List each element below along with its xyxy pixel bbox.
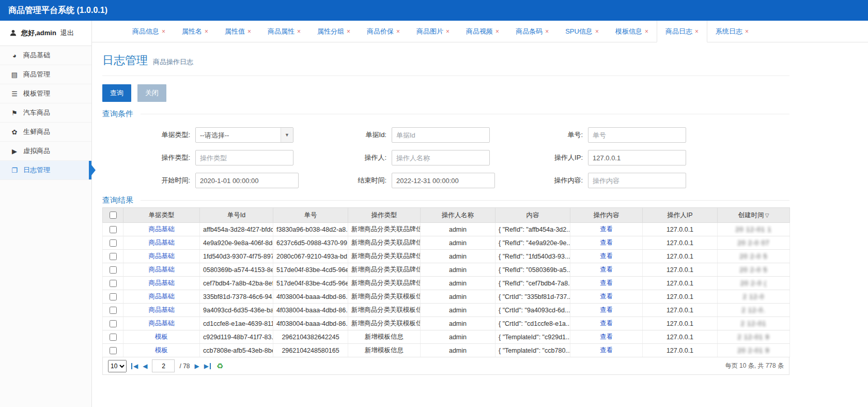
- table-header-row: 单据类型 单号Id 单号 操作类型 操作人名称 内容 操作内容 操作人IP 创建…: [103, 208, 790, 223]
- end-time-input[interactable]: [392, 173, 495, 188]
- operator-label: 操作人:: [299, 153, 386, 162]
- view-link[interactable]: 查看: [600, 252, 613, 260]
- doc-type-link[interactable]: 商品基础: [149, 225, 175, 233]
- row-checkbox[interactable]: [110, 307, 117, 314]
- order-id-text: 9a4093cd-6d35-436e-ba...: [203, 307, 273, 314]
- tab-close-icon[interactable]: ×: [495, 28, 499, 35]
- content-text: { "TemplateId": "c929d1...: [499, 334, 570, 341]
- operator-ip-text: 127.0.0.1: [667, 334, 693, 341]
- view-link[interactable]: 查看: [600, 306, 613, 313]
- doc-type-link[interactable]: 模板: [155, 346, 168, 354]
- tab-close-icon[interactable]: ×: [595, 28, 599, 35]
- sidebar-item-2[interactable]: ☰模板管理: [0, 84, 91, 103]
- sidebar-item-0[interactable]: ◕商品基础: [0, 46, 91, 65]
- doc-type-select[interactable]: --请选择--: [195, 127, 293, 143]
- tab-12[interactable]: 系统日志×: [707, 21, 757, 42]
- tab-1[interactable]: 属性名×: [174, 21, 216, 42]
- first-page-icon[interactable]: ◀: [131, 363, 138, 369]
- tab-close-icon[interactable]: ×: [297, 28, 301, 35]
- tab-close-icon[interactable]: ×: [205, 28, 208, 35]
- view-link[interactable]: 查看: [600, 279, 613, 287]
- refresh-icon[interactable]: ♻: [216, 361, 223, 371]
- tab-close-icon[interactable]: ×: [695, 28, 699, 35]
- start-time-input[interactable]: [195, 173, 299, 188]
- query-button[interactable]: 查询: [102, 84, 131, 102]
- select-all-checkbox[interactable]: [110, 212, 117, 219]
- view-link[interactable]: 查看: [600, 333, 613, 340]
- view-link[interactable]: 查看: [600, 320, 613, 327]
- doc-type-link[interactable]: 商品基础: [149, 320, 175, 327]
- tab-4[interactable]: 属性分组×: [309, 21, 359, 42]
- tab-9[interactable]: SPU信息×: [557, 21, 607, 42]
- row-checkbox[interactable]: [110, 334, 117, 341]
- sidebar-item-5[interactable]: ▶虚拟商品: [0, 142, 91, 161]
- tab-6[interactable]: 商品图片×: [408, 21, 458, 42]
- tab-8[interactable]: 商品条码×: [507, 21, 557, 42]
- tab-10[interactable]: 模板信息×: [607, 21, 657, 42]
- doc-type-link[interactable]: 商品基础: [149, 266, 175, 273]
- operator-ip-text: 127.0.0.1: [667, 293, 693, 300]
- view-link[interactable]: 查看: [600, 225, 613, 233]
- doc-id-input[interactable]: [392, 127, 490, 143]
- tab-0[interactable]: 商品信息×: [124, 21, 174, 42]
- sidebar-item-4[interactable]: ✿生鲜商品: [0, 123, 91, 142]
- doc-type-link[interactable]: 商品基础: [149, 252, 175, 260]
- view-link[interactable]: 查看: [600, 346, 613, 354]
- tab-close-icon[interactable]: ×: [396, 28, 400, 35]
- tab-3[interactable]: 商品属性×: [259, 21, 309, 42]
- op-content-input[interactable]: [588, 173, 686, 188]
- tab-close-icon[interactable]: ×: [446, 28, 450, 35]
- tab-close-icon[interactable]: ×: [247, 28, 251, 35]
- page-number-input[interactable]: [152, 359, 175, 372]
- tab-close-icon[interactable]: ×: [545, 28, 549, 35]
- tab-label: 商品信息: [132, 27, 159, 36]
- created-time-text: 2 12-01: [741, 320, 766, 327]
- divider: [102, 76, 789, 76]
- col-created[interactable]: 创建时间▽: [718, 208, 790, 223]
- doc-type-link[interactable]: 商品基础: [149, 293, 175, 300]
- op-type-input[interactable]: [195, 150, 293, 165]
- page-size-select[interactable]: 10: [108, 360, 127, 372]
- tab-label: 系统日志: [716, 27, 742, 36]
- doc-type-link[interactable]: 商品基础: [149, 279, 175, 287]
- sidebar-item-label: 商品基础: [23, 51, 50, 60]
- logout-link[interactable]: 退出: [60, 28, 74, 38]
- order-no-text: 517de04f-83be-4cd5-96e...: [276, 266, 348, 274]
- operator-ip-text: 127.0.0.1: [667, 239, 693, 247]
- tab-7[interactable]: 商品视频×: [458, 21, 507, 42]
- doc-type-link[interactable]: 商品基础: [149, 306, 175, 313]
- next-page-icon[interactable]: ▶: [194, 363, 199, 369]
- row-checkbox[interactable]: [110, 226, 117, 233]
- tab-close-icon[interactable]: ×: [347, 28, 350, 35]
- view-link[interactable]: 查看: [600, 239, 613, 246]
- tab-close-icon[interactable]: ×: [745, 28, 749, 35]
- prev-page-icon[interactable]: ◀: [143, 363, 147, 369]
- row-checkbox[interactable]: [110, 320, 117, 327]
- tab-5[interactable]: 商品价保×: [359, 21, 408, 42]
- view-link[interactable]: 查看: [600, 293, 613, 300]
- row-checkbox[interactable]: [110, 280, 117, 287]
- close-button[interactable]: 关闭: [137, 84, 166, 102]
- order-id-text: 4e9a920e-9e8a-406f-8dd...: [203, 239, 273, 247]
- tab-close-icon[interactable]: ×: [162, 28, 165, 35]
- sidebar-item-1[interactable]: ▤商品管理: [0, 65, 91, 84]
- order-no-input[interactable]: [588, 127, 686, 143]
- sort-desc-icon[interactable]: ▽: [765, 213, 769, 218]
- tab-2[interactable]: 属性值×: [216, 21, 259, 42]
- row-checkbox[interactable]: [110, 253, 117, 260]
- row-checkbox[interactable]: [110, 266, 117, 274]
- tab-11[interactable]: 商品日志×: [657, 21, 707, 42]
- operator-ip-input[interactable]: [588, 150, 686, 165]
- row-checkbox[interactable]: [110, 239, 117, 247]
- tab-close-icon[interactable]: ×: [645, 28, 648, 35]
- doc-type-link[interactable]: 商品基础: [149, 239, 175, 246]
- row-checkbox[interactable]: [110, 293, 117, 300]
- view-link[interactable]: 查看: [600, 266, 613, 273]
- operator-input[interactable]: [392, 150, 490, 165]
- sidebar-item-3[interactable]: ⚑汽车商品: [0, 103, 91, 123]
- page-summary: 每页 10 条, 共 778 条: [725, 361, 784, 370]
- doc-type-link[interactable]: 模板: [155, 333, 168, 340]
- last-page-icon[interactable]: ▶: [204, 363, 211, 369]
- sidebar-item-6[interactable]: ❐日志管理: [0, 161, 91, 180]
- row-checkbox[interactable]: [110, 347, 117, 354]
